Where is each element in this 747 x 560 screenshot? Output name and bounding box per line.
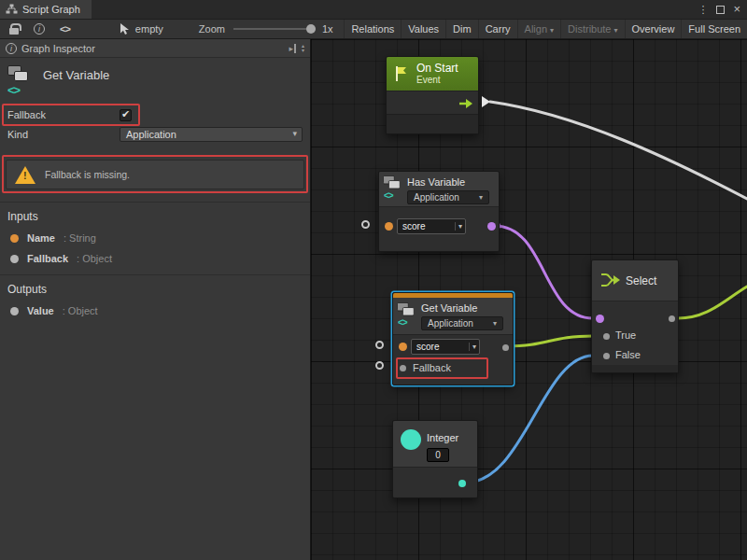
fallback-input-port[interactable] xyxy=(400,365,406,371)
variables-icon xyxy=(383,175,401,189)
distribute-button: Distribute xyxy=(560,20,624,38)
maximize-icon[interactable] xyxy=(716,6,725,14)
window-title: Script Graph xyxy=(22,4,80,15)
variables-icon xyxy=(397,302,415,315)
warning-box: ! Fallback is missing. xyxy=(6,160,304,189)
bool-output-port[interactable] xyxy=(487,222,496,231)
chevron-down-icon xyxy=(547,23,554,35)
zoom-value: 1x xyxy=(322,23,333,35)
node-footer xyxy=(387,114,478,133)
output-port-row: Value : Object xyxy=(0,301,310,321)
toolbar-buttons: Relations Values Dim Carry Align Distrib… xyxy=(344,20,747,38)
zoom-slider-track[interactable] xyxy=(233,28,316,30)
fallback-checkbox[interactable]: ✔ xyxy=(120,109,132,121)
unconnected-port[interactable] xyxy=(361,220,370,229)
select-branch-icon xyxy=(599,271,622,289)
dock-icon[interactable]: ▸ xyxy=(289,44,296,53)
true-input-port[interactable] xyxy=(603,333,610,340)
titlebar-controls: ⋮ × xyxy=(698,0,747,19)
graph-inspector-panel: Graph Inspector ▸ ▴▾ Get Variable Fallba… xyxy=(0,39,311,560)
select-out-wire[interactable] xyxy=(678,287,747,318)
port-name: Name xyxy=(27,232,55,244)
fallback-setting-row: Fallback ✔ xyxy=(0,105,310,125)
object-port-icon xyxy=(10,255,19,263)
inspector-header-title: Graph Inspector xyxy=(21,43,95,54)
script-graph-icon xyxy=(6,4,18,15)
graph-toolbar: empty Zoom 1x Relations Values Dim Carry… xyxy=(0,19,747,39)
relations-button[interactable]: Relations xyxy=(344,20,401,38)
outputs-section-header: Outputs xyxy=(0,275,310,301)
input-port-row: Name : String xyxy=(0,228,310,248)
kind-dropdown[interactable]: Application xyxy=(407,190,489,204)
inspector-header: Graph Inspector ▸ ▴▾ xyxy=(0,39,310,58)
false-input-port[interactable] xyxy=(603,353,610,359)
code-icon[interactable] xyxy=(60,23,70,35)
variable-name-dropdown[interactable]: score xyxy=(397,218,466,234)
info-icon xyxy=(6,43,17,54)
selection-output-port[interactable] xyxy=(669,315,675,322)
distribute-label: Distribute xyxy=(568,23,611,35)
node-title: On Start xyxy=(416,63,458,75)
node-get-variable[interactable]: Get Variable Application score Fallback xyxy=(392,292,514,385)
node-integer[interactable]: Integer 0 xyxy=(392,420,478,498)
false-port-label: False xyxy=(615,349,641,360)
cursor-icon xyxy=(119,22,130,35)
zoom-slider-knob[interactable] xyxy=(306,24,316,34)
event-node-header: On Start Event xyxy=(387,57,478,91)
inspector-node-title: Get Variable xyxy=(43,68,109,105)
fallback-port-label: Fallback xyxy=(413,362,451,373)
condition-input-port[interactable] xyxy=(596,315,604,323)
code-icon xyxy=(384,190,393,201)
integer-value-field[interactable]: 0 xyxy=(427,448,449,462)
node-on-start[interactable]: On Start Event xyxy=(386,56,479,134)
true-port-label: True xyxy=(615,329,636,341)
flow-output-port[interactable] xyxy=(482,96,490,107)
node-title: Get Variable xyxy=(421,302,477,314)
zoom-label: Zoom xyxy=(199,23,225,35)
value-wire[interactable] xyxy=(506,336,593,346)
object-port-icon xyxy=(10,307,19,315)
inputs-section-header: Inputs xyxy=(0,203,310,228)
node-has-variable[interactable]: Has Variable Application score xyxy=(378,171,500,252)
flow-wire[interactable] xyxy=(490,102,747,199)
graph-canvas[interactable]: On Start Event Has Variable Application … xyxy=(311,39,747,560)
code-icon xyxy=(7,83,20,97)
selection-mode-label: empty xyxy=(135,23,163,35)
kind-dropdown[interactable]: Application xyxy=(421,316,503,330)
tab-script-graph[interactable]: Script Graph xyxy=(0,0,92,19)
port-name: Fallback xyxy=(27,253,68,264)
chevron-down-icon xyxy=(612,23,618,35)
string-port-icon[interactable] xyxy=(399,343,407,351)
wires-layer xyxy=(311,39,747,560)
lock-icon[interactable] xyxy=(9,28,19,35)
port-type: : Object xyxy=(77,253,112,264)
overview-button[interactable]: Overview xyxy=(625,20,682,38)
inspector-node-title-block: Get Variable xyxy=(0,58,310,105)
fallback-setting-label: Fallback xyxy=(7,109,120,120)
close-icon[interactable]: × xyxy=(733,0,740,19)
carry-button[interactable]: Carry xyxy=(478,20,517,38)
unconnected-port[interactable] xyxy=(375,341,384,349)
string-port-icon xyxy=(10,234,19,243)
port-type: : String xyxy=(63,232,96,244)
window-menu-icon[interactable]: ⋮ xyxy=(698,0,708,19)
string-port-icon[interactable] xyxy=(385,222,393,231)
kind-setting-label: Kind xyxy=(7,129,120,140)
unconnected-port[interactable] xyxy=(375,361,384,370)
flag-icon xyxy=(392,64,411,83)
kind-dropdown[interactable]: Application xyxy=(120,127,303,142)
node-type-icon xyxy=(7,65,32,105)
zoom-slider[interactable] xyxy=(233,24,316,34)
int-output-port[interactable] xyxy=(458,480,466,487)
window-titlebar: Script Graph ⋮ × xyxy=(0,0,747,19)
fullscreen-button[interactable]: Full Screen xyxy=(681,20,747,38)
value-output-port[interactable] xyxy=(502,344,509,351)
values-button[interactable]: Values xyxy=(401,20,445,38)
dim-button[interactable]: Dim xyxy=(445,20,478,38)
node-title: Has Variable xyxy=(407,176,465,188)
scroll-arrows-icon[interactable]: ▴▾ xyxy=(302,44,304,53)
variable-name-dropdown[interactable]: score xyxy=(411,339,480,355)
info-icon[interactable] xyxy=(34,23,45,35)
selection-mode-button[interactable]: empty xyxy=(119,22,163,35)
node-select[interactable]: Select True False xyxy=(591,259,679,373)
